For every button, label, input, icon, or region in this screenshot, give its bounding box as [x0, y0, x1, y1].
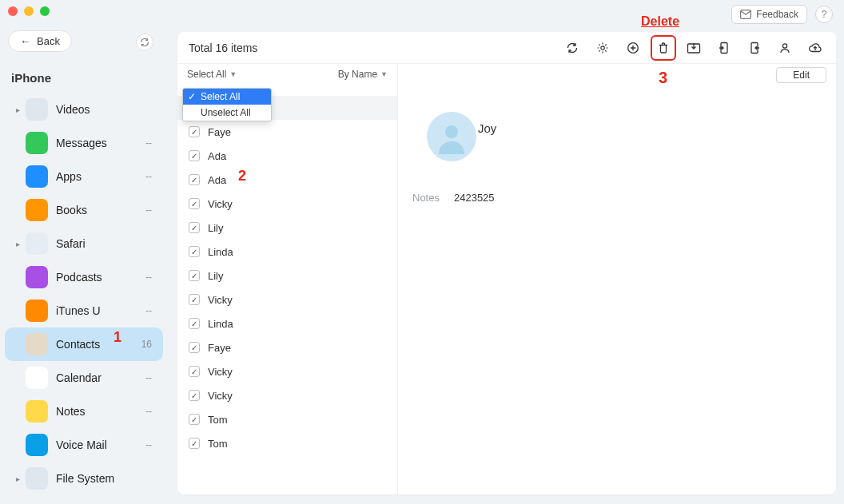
total-items-label: Total 16 items [189, 42, 563, 54]
toolbar [563, 38, 825, 58]
checkbox[interactable]: ✓ [189, 150, 200, 161]
back-button[interactable]: ← Back [8, 30, 72, 52]
sidebar-item-videos[interactable]: ▸Videos [5, 93, 163, 126]
checkbox[interactable]: ✓ [189, 342, 200, 353]
sidebar-item-apps[interactable]: Apps-- [5, 160, 163, 193]
sidebar-item-messages[interactable]: Messages-- [5, 126, 163, 160]
app-icon [26, 300, 48, 322]
checkbox[interactable]: ✓ [189, 318, 200, 329]
sidebar-item-label: Notes [56, 405, 145, 418]
checkbox[interactable]: ✓ [189, 366, 200, 377]
sidebar-item-label: Safari [56, 237, 152, 250]
sidebar-item-count: -- [145, 439, 152, 450]
avatar [427, 112, 476, 161]
contact-row[interactable]: ✓Tom [177, 407, 397, 431]
sidebar-item-books[interactable]: Books-- [5, 193, 163, 227]
sidebar-item-file-system[interactable]: ▸File System [5, 462, 163, 495]
checkbox[interactable]: ✓ [189, 270, 200, 281]
contact-row[interactable]: ✓Vicky [177, 383, 397, 407]
sidebar-item-label: Videos [56, 103, 152, 116]
cloud-icon [808, 42, 822, 54]
contact-row[interactable]: ✓Lily [177, 216, 397, 240]
contact-row-name: Tom [208, 414, 228, 426]
checkbox[interactable]: ✓ [189, 246, 200, 257]
arrow-left-icon: ← [20, 35, 30, 47]
sidebar-item-label: Contacts [56, 338, 141, 351]
app-icon [26, 199, 48, 221]
notes-key: Notes [412, 192, 440, 204]
chevron-right-icon: ▸ [16, 474, 24, 483]
checkbox[interactable]: ✓ [189, 222, 200, 233]
contact-row[interactable]: ✓Ada [177, 168, 397, 192]
sidebar-item-count: -- [145, 406, 152, 417]
checkbox[interactable]: ✓ [189, 390, 200, 401]
merge-button[interactable] [775, 38, 794, 58]
contact-row[interactable]: ✓Linda [177, 312, 397, 335]
checkbox[interactable]: ✓ [189, 414, 200, 425]
sidebar-item-itunes-u[interactable]: iTunes U-- [5, 294, 163, 327]
sidebar-item-contacts[interactable]: Contacts16 [5, 327, 163, 361]
sidebar-item-notes[interactable]: Notes-- [5, 395, 163, 428]
contact-row[interactable]: ✓Lily [177, 264, 397, 288]
import-button[interactable] [684, 38, 703, 58]
dropdown-select-all[interactable]: Select All [183, 89, 271, 105]
contact-row[interactable]: ✓Linda [177, 240, 397, 264]
sidebar-item-label: Voice Mail [56, 439, 145, 451]
contact-row[interactable]: ✓Ada [177, 144, 397, 168]
checkbox[interactable]: ✓ [189, 174, 200, 185]
contact-row[interactable]: ✓Faye [177, 120, 397, 144]
sidebar-item-label: iTunes U [56, 304, 145, 317]
contact-row-name: Ada [208, 174, 226, 186]
contact-row[interactable]: ✓Tom [177, 431, 397, 455]
to-device-button[interactable] [715, 38, 734, 58]
app-icon [26, 333, 48, 355]
checkbox[interactable]: ✓ [189, 198, 200, 209]
contact-row-name: Ada [208, 150, 226, 162]
refresh-icon [140, 38, 149, 47]
add-button[interactable] [623, 38, 643, 58]
contact-row[interactable]: ✓Vicky [177, 288, 397, 312]
app-icon [26, 434, 48, 456]
app-icon [26, 232, 48, 255]
person-icon [434, 119, 469, 154]
refresh-icon [566, 42, 579, 54]
contact-row-name: Faye [208, 342, 231, 354]
select-dropdown: Select All Unselect All [182, 88, 272, 121]
dropdown-unselect-all[interactable]: Unselect All [183, 105, 271, 121]
app-icon [26, 400, 48, 423]
settings-button[interactable] [593, 38, 612, 58]
svg-point-7 [445, 125, 458, 138]
back-label: Back [37, 35, 60, 47]
refresh-button[interactable] [563, 38, 582, 58]
sidebar-item-label: Messages [56, 137, 145, 149]
checkbox[interactable]: ✓ [189, 126, 200, 137]
help-button[interactable]: ? [815, 6, 833, 23]
sidebar-item-safari[interactable]: ▸Safari [5, 227, 163, 260]
feedback-button[interactable]: Feedback [731, 5, 807, 24]
cloud-button[interactable] [806, 38, 825, 58]
app-icon [26, 98, 48, 121]
refresh-sidebar-button[interactable] [136, 34, 153, 51]
sidebar-item-count: -- [145, 305, 152, 316]
contact-row-name: Vicky [208, 294, 233, 306]
app-icon [26, 467, 48, 490]
edit-button[interactable]: Edit [776, 67, 826, 83]
sidebar-item-voice-mail[interactable]: Voice Mail-- [5, 428, 163, 462]
app-icon [26, 367, 48, 389]
contact-row[interactable]: ✓Vicky [177, 359, 397, 383]
sidebar-item-calendar[interactable]: Calendar-- [5, 361, 163, 395]
checkbox[interactable]: ✓ [189, 294, 200, 305]
contact-row[interactable]: ✓Vicky [177, 192, 397, 216]
sort-by-toggle[interactable]: By Name ▼ [338, 69, 388, 80]
from-device-button[interactable] [745, 38, 764, 58]
annotation-delete: Delete [641, 14, 679, 29]
delete-button[interactable] [654, 38, 673, 58]
sidebar-item-podcasts[interactable]: Podcasts-- [5, 260, 163, 294]
select-all-toggle[interactable]: Select All ▼ [187, 69, 237, 80]
checkbox[interactable]: ✓ [189, 438, 200, 449]
contact-row-name: Linda [208, 318, 233, 330]
contact-name: Joy [478, 121, 496, 135]
app-icon [26, 165, 48, 188]
sidebar-item-count: -- [145, 137, 152, 149]
contact-row[interactable]: ✓Faye [177, 335, 397, 359]
